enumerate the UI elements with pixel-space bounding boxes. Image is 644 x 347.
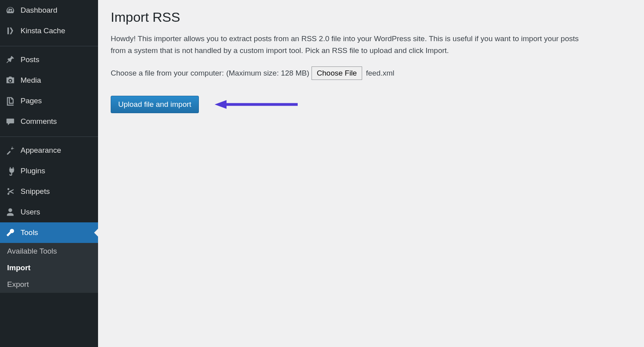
sidebar-item-media[interactable]: Media: [0, 70, 98, 91]
sidebar-item-appearance[interactable]: Appearance: [0, 140, 98, 161]
sidebar-item-label: Tools: [21, 228, 38, 237]
choose-file-button[interactable]: Choose File: [312, 66, 362, 80]
plugins-icon: [5, 165, 16, 176]
appearance-icon: [5, 145, 16, 156]
submenu-item-export[interactable]: Export: [0, 276, 98, 293]
sidebar-item-label: Media: [21, 76, 41, 85]
page-title: Import RSS: [111, 9, 631, 25]
sidebar-item-comments[interactable]: Comments: [0, 111, 98, 132]
sidebar-item-label: Comments: [21, 117, 57, 126]
menu-separator: [0, 135, 98, 137]
main-content: Import RSS Howdy! This importer allows y…: [98, 0, 644, 347]
sidebar-item-kinsta-cache[interactable]: Kinsta Cache: [0, 21, 98, 41]
comments-icon: [5, 116, 16, 127]
sidebar-item-label: Users: [21, 208, 40, 216]
submenu-item-import[interactable]: Import: [0, 260, 98, 276]
file-label: Choose a file from your computer:: [111, 69, 224, 78]
sidebar-item-label: Posts: [21, 55, 40, 64]
sidebar-item-pages[interactable]: Pages: [0, 91, 98, 111]
page-description: Howdy! This importer allows you to extra…: [111, 33, 585, 57]
sidebar-item-label: Plugins: [21, 167, 45, 175]
kinsta-icon: [5, 25, 16, 36]
sidebar-item-plugins[interactable]: Plugins: [0, 161, 98, 181]
sidebar-item-label: Snippets: [21, 187, 50, 196]
users-icon: [5, 207, 16, 218]
menu-separator: [0, 44, 98, 46]
sidebar-item-snippets[interactable]: Snippets: [0, 181, 98, 202]
max-size-text: (Maximum size: 128 MB): [226, 69, 309, 78]
pages-icon: [5, 95, 16, 106]
sidebar-item-tools[interactable]: Tools: [0, 222, 98, 243]
selected-filename: feed.xml: [366, 69, 395, 78]
submenu-item-label: Import: [7, 264, 30, 272]
submit-row: Upload file and import: [111, 96, 631, 113]
sidebar-item-dashboard[interactable]: Dashboard: [0, 0, 98, 21]
arrow-annotation-icon: [215, 99, 298, 110]
admin-sidebar: Dashboard Kinsta Cache Posts Media Pages…: [0, 0, 98, 347]
tools-submenu: Available Tools Import Export: [0, 243, 98, 293]
upload-import-button[interactable]: Upload file and import: [111, 96, 199, 113]
submenu-item-label: Available Tools: [7, 247, 57, 255]
sidebar-item-label: Dashboard: [21, 6, 57, 15]
sidebar-item-label: Kinsta Cache: [21, 27, 65, 35]
submenu-item-label: Export: [7, 280, 29, 288]
tools-icon: [5, 227, 16, 238]
pushpin-icon: [5, 54, 16, 65]
sidebar-item-label: Appearance: [21, 146, 61, 155]
sidebar-item-posts[interactable]: Posts: [0, 49, 98, 70]
sidebar-item-label: Pages: [21, 97, 42, 105]
snippets-icon: [5, 186, 16, 197]
media-icon: [5, 75, 16, 86]
submenu-item-available-tools[interactable]: Available Tools: [0, 243, 98, 260]
svg-marker-1: [215, 100, 227, 109]
file-upload-row: Choose a file from your computer: (Maxim…: [111, 66, 631, 80]
sidebar-item-users[interactable]: Users: [0, 202, 98, 222]
dashboard-icon: [5, 5, 16, 16]
